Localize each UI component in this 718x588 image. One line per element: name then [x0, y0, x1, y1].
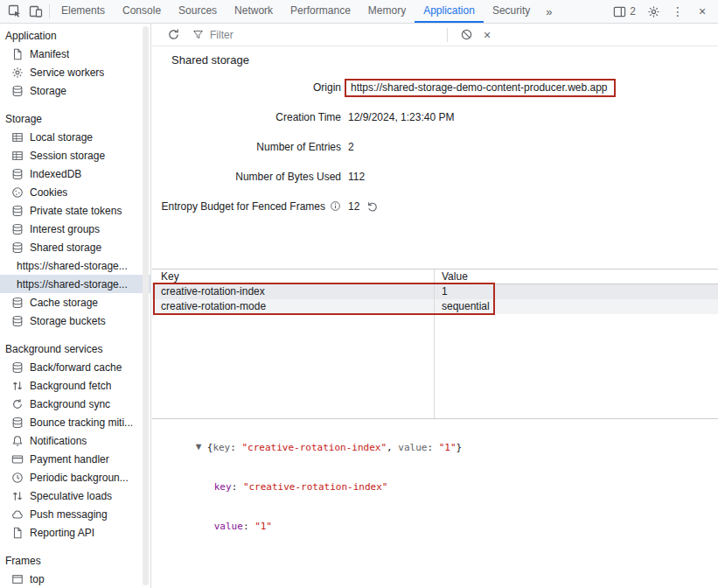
section-title-background-services: Background services: [0, 340, 150, 358]
sidebar-item-payment-handler[interactable]: Payment handler: [0, 450, 150, 468]
cell-value: 1: [435, 284, 718, 299]
sidebar-item-service-workers[interactable]: Service workers: [0, 63, 150, 81]
shared-storage-panel: Filter × Shared storage Origin https://s…: [152, 24, 718, 588]
sidebar-item-storage-buckets[interactable]: Storage buckets: [0, 312, 150, 330]
bell-icon: [11, 435, 24, 447]
table-row[interactable]: creative-rotation-mode sequential: [152, 299, 718, 314]
column-header-key[interactable]: Key: [152, 270, 435, 284]
sidebar-item-push-messaging[interactable]: Push messaging: [0, 505, 150, 523]
refresh-icon[interactable]: [163, 24, 184, 46]
preview-property-row[interactable]: key: "creative-rotation-index": [161, 467, 718, 507]
devtools-tabbar: Elements Console Sources Network Perform…: [0, 0, 718, 24]
tab-memory[interactable]: Memory: [359, 0, 415, 23]
database-icon: [11, 168, 24, 180]
preview-summary-row[interactable]: ▼{key: "creative-rotation-index", value:…: [161, 427, 718, 467]
sidebar-item-background-fetch[interactable]: Background fetch: [0, 376, 150, 395]
sidebar-item-private-state-tokens[interactable]: Private state tokens: [0, 201, 150, 220]
property-name: key: [214, 481, 232, 493]
application-sidebar: Application Manifest Service workers Sto…: [0, 24, 151, 588]
property-string-value: "1": [254, 521, 272, 532]
settings-gear-icon[interactable]: [643, 1, 664, 22]
tab-security[interactable]: Security: [484, 0, 539, 23]
table-row[interactable]: creative-rotation-index 1: [152, 284, 718, 299]
shared-storage-data-grid: Key Value creative-rotation-index 1 crea…: [152, 269, 718, 418]
toolbar-divider: [447, 28, 448, 42]
sidebar-item-cache-storage[interactable]: Cache storage: [0, 293, 150, 312]
filter-input[interactable]: Filter: [192, 29, 439, 41]
sidebar-item-manifest[interactable]: Manifest: [0, 45, 150, 63]
database-icon: [11, 223, 24, 235]
field-row-origin: Origin https://shared-storage-demo-conte…: [152, 73, 718, 102]
column-header-value[interactable]: Value: [435, 270, 718, 284]
info-icon[interactable]: [330, 200, 341, 212]
sidebar-item-indexeddb[interactable]: IndexedDB: [0, 164, 150, 183]
colon: :: [427, 442, 438, 453]
object-preview-pane: ▼{key: "creative-rotation-index", value:…: [152, 418, 718, 588]
sidebar-item-session-storage[interactable]: Session storage: [0, 146, 150, 164]
database-icon: [11, 242, 24, 254]
credit-card-icon: [11, 453, 24, 466]
sidebar-item-notifications[interactable]: Notifications: [0, 431, 150, 450]
table-grid-icon: [11, 131, 24, 144]
sidebar-item-periodic-background-sync[interactable]: Periodic backgroun...: [0, 468, 150, 486]
sidebar-item-shared-storage[interactable]: Shared storage: [0, 238, 150, 256]
sidebar-section-background-services: Background services Back/forward cache B…: [0, 340, 150, 542]
delete-selected-icon[interactable]: ×: [477, 24, 498, 46]
frame-window-icon: [11, 573, 24, 585]
sidebar-section-storage: Storage Local storage Session storage In…: [0, 110, 150, 330]
sidebar-item-cookies[interactable]: Cookies: [0, 183, 150, 201]
sidebar-item-shared-storage-origin-1[interactable]: https://shared-storage...: [0, 256, 150, 275]
sidebar-item-interest-groups[interactable]: Interest groups: [0, 220, 150, 238]
colon: :: [230, 442, 241, 453]
field-label: Number of Entries: [152, 141, 341, 153]
sidebar-item-back-forward-cache[interactable]: Back/forward cache: [0, 358, 150, 376]
sidebar-item-local-storage[interactable]: Local storage: [0, 128, 150, 146]
delete-all-icon[interactable]: [456, 24, 477, 46]
tab-elements[interactable]: Elements: [52, 0, 114, 23]
property-string-value: "creative-rotation-index": [243, 481, 388, 493]
service-worker-gear-icon: [11, 66, 24, 79]
sidebar-scrollbar[interactable]: [143, 26, 149, 585]
inspect-element-icon[interactable]: [4, 1, 25, 22]
tab-console[interactable]: Console: [114, 0, 170, 23]
sidebar-item-frame-top[interactable]: top: [0, 570, 150, 588]
sidebar-item-shared-storage-origin-2[interactable]: https://shared-storage...: [0, 275, 150, 293]
preview-property-row[interactable]: value: "1": [161, 507, 718, 546]
issues-count: 2: [630, 5, 636, 18]
sidebar-item-bounce-tracking-mitigations[interactable]: Bounce tracking miti...: [0, 413, 150, 431]
sidebar-item-speculative-loads[interactable]: Speculative loads: [0, 486, 150, 505]
entropy-label-text: Entropy Budget for Fenced Frames: [162, 200, 325, 213]
kebab-menu-icon[interactable]: ⋮: [667, 1, 688, 22]
sidebar-item-storage[interactable]: Storage: [0, 81, 150, 100]
sidebar-item-reporting-api[interactable]: Reporting API: [0, 523, 150, 542]
tab-sources[interactable]: Sources: [170, 0, 226, 23]
database-icon: [11, 416, 24, 429]
bytes-used-value: 112: [348, 171, 365, 183]
reset-budget-icon[interactable]: [366, 200, 379, 213]
expand-triangle-icon[interactable]: ▼: [196, 440, 207, 453]
summary-value-string: "1": [439, 442, 457, 453]
database-icon: [11, 361, 24, 374]
clock-icon: [11, 472, 24, 484]
close-brace: }: [457, 442, 463, 453]
sidebar-section-application: Application Manifest Service workers Sto…: [0, 27, 150, 100]
panel-icon: [613, 5, 626, 18]
close-devtools-icon[interactable]: ×: [692, 1, 713, 22]
field-row-bytes-used: Number of Bytes Used 112: [152, 162, 718, 192]
tab-network[interactable]: Network: [226, 0, 282, 23]
sidebar-item-background-sync[interactable]: Background sync: [0, 395, 150, 413]
more-tabs-button[interactable]: »: [539, 5, 559, 18]
tab-application[interactable]: Application: [415, 0, 484, 23]
cookie-icon: [11, 186, 24, 199]
filter-funnel-icon: [192, 29, 204, 40]
field-label: Origin: [152, 81, 341, 94]
document-icon: [11, 527, 24, 539]
issues-badge[interactable]: 2: [610, 5, 639, 18]
device-toolbar-icon[interactable]: [25, 1, 46, 22]
entropy-budget-value: 12: [348, 200, 359, 213]
tabbar-right-controls: 2 ⋮ ×: [610, 1, 718, 22]
comma: ,: [387, 442, 398, 453]
cell-value: sequential: [435, 299, 718, 314]
empty-key-column: [152, 314, 435, 419]
tab-performance[interactable]: Performance: [282, 0, 359, 23]
